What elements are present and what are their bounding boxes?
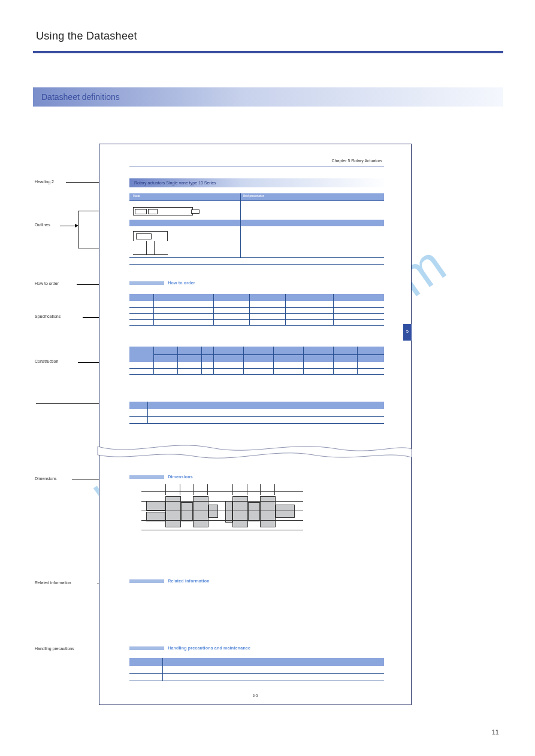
sample-gradient-title: Rotary actuators Single vane type 10 Ser…	[129, 178, 384, 187]
title-rule	[33, 51, 503, 53]
sample-gradient-bar: Rotary actuators Single vane type 10 Ser…	[129, 178, 384, 187]
sample-chapter-heading: Chapter 5 Rotary Actuators	[332, 159, 382, 163]
product-outline-long	[133, 207, 193, 215]
torn-page-gap	[98, 443, 412, 463]
page-number: 11	[492, 728, 499, 736]
page-side-tab: 5	[403, 324, 412, 341]
sub-handling-label: Handling precautions and maintenance	[168, 646, 250, 650]
connector-outlines-hor	[60, 226, 78, 226]
product-outline-square	[133, 231, 168, 255]
connector-outlines-vert	[78, 211, 78, 248]
sample-extra-header	[129, 402, 384, 409]
sample-sub-related: Related information	[129, 579, 210, 583]
sample-rule	[129, 166, 384, 166]
sample-sub-handling: Handling precautions and maintenance	[129, 646, 250, 650]
sub-how-to-order-label: How to order	[168, 281, 195, 285]
sample-table1-row1	[129, 201, 384, 221]
sub-dimensions-label: Dimensions	[168, 475, 193, 479]
sample-table1-bottom	[129, 264, 384, 265]
label-handling: Handling precautions	[35, 646, 107, 651]
th-model: Model	[133, 195, 140, 198]
sample-construction-header	[129, 347, 384, 362]
label-related-info: Related information	[35, 581, 107, 585]
sample-table1-row2	[129, 226, 384, 258]
handling-header	[129, 658, 384, 666]
sample-specs-header	[129, 294, 384, 301]
section-bar-label: Datasheet definitions	[33, 87, 503, 107]
sample-sub-how-to-order: How to order	[129, 281, 195, 285]
section-bar: Datasheet definitions	[33, 87, 503, 107]
sample-sub-dimensions: Dimensions	[129, 475, 193, 479]
dimension-drawing	[141, 484, 303, 541]
page-title: Using the Datasheet	[36, 30, 137, 42]
sample-table1-header: Model Brief presentation	[129, 193, 384, 201]
sub-related-label: Related information	[168, 579, 210, 583]
sample-table1-header2	[129, 220, 384, 226]
sample-page-frame: Chapter 5 Rotary Actuators Rotary actuat…	[99, 144, 412, 705]
th-brief: Brief presentation	[243, 195, 264, 198]
sample-page-number: 5-3	[99, 694, 411, 697]
tab-number: 5	[403, 324, 412, 333]
